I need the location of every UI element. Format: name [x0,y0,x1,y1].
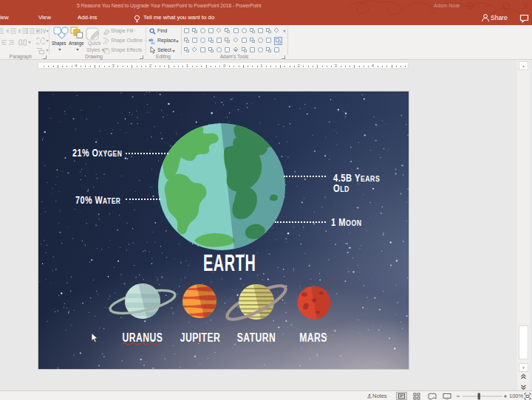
svg-text:ac: ac [151,41,155,44]
